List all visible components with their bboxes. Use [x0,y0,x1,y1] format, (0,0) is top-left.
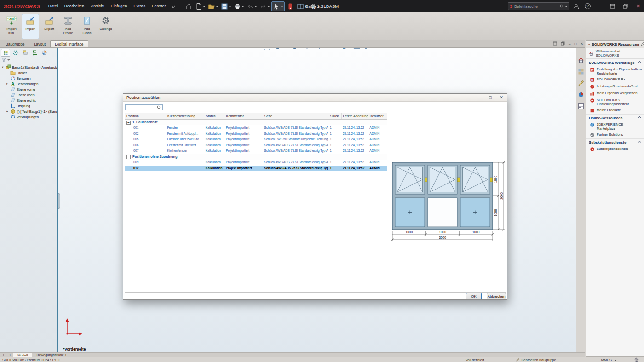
section-header[interactable]: Online-Ressourcen [586,114,644,121]
custom-properties-tab[interactable] [577,102,585,110]
tab-scroll-right-icon[interactable]: › [7,353,14,357]
tree-item[interactable]: ▸(f) [ Test*Baugr1 ]<1> (Standard) [1,109,57,114]
tree-item[interactable]: Ebene vorne [1,86,57,92]
welcome-link[interactable]: Willkommen bei SOLIDWORKS [586,48,644,59]
position-row[interactable]: 002Fenster mit Aufdoppl...KalkulationPro… [125,131,387,137]
arrange-windows-button[interactable] [607,0,618,12]
task-pane-item[interactable]: Erstellung der Eigenschaften-Registerkar… [586,66,644,76]
add-glass-button[interactable]: Add Glass [78,14,96,39]
position-row[interactable]: 005Fassade über zwei Sto...KalkulationPr… [125,137,387,143]
print-button[interactable] [233,1,245,11]
col-serie[interactable]: Serie [263,113,328,119]
menu-datei[interactable]: Datei [45,0,61,12]
group-row[interactable]: −1. Bauabschnitt [125,119,387,125]
task-pane-item[interactable]: SOLIDWORKS Einstellungsassistent [586,97,644,107]
close-button[interactable]: ✕ [632,0,644,12]
chevron-down-icon[interactable] [565,6,568,9]
tree-item[interactable]: ▾Baugr1 (Standard) <Anzeigestatus-1> [1,64,57,70]
appearances-scenes-tab[interactable] [577,91,585,99]
minimize-button[interactable]: – [594,0,605,12]
dialog-maximize-button[interactable]: □ [485,94,496,101]
dialog-close-button[interactable]: ✕ [496,94,507,101]
open-document-button[interactable] [207,1,219,11]
filter-funnel-icon[interactable] [1,57,6,62]
col-status[interactable]: Status [204,113,224,119]
tree-item[interactable]: ▸ABeschriftungen [1,81,57,86]
export-button[interactable]: Export [40,14,58,39]
group-row[interactable]: −Positionen ohne Zuordnung [125,154,387,160]
add-profile-button[interactable]: Add Profile [59,14,77,39]
menu-einf-gen[interactable]: Einfügen [108,0,131,12]
col-letzte-aenderung[interactable]: Letzte Änderung [341,113,368,119]
help-icon[interactable]: ? [582,1,592,11]
panel-splitter-handle[interactable] [58,193,60,209]
chevron-up-icon[interactable] [638,141,641,144]
user-account-icon[interactable] [571,1,581,11]
task-pane-item[interactable]: Meine Produkte [586,107,644,114]
pin-icon[interactable] [641,42,644,47]
chevron-up-icon[interactable] [638,61,641,64]
expand-arrow-icon[interactable]: ▸ [6,109,9,113]
position-search-input[interactable] [126,105,157,109]
doc-minimize-icon[interactable]: – [569,42,570,46]
dialog-minimize-button[interactable]: – [474,94,485,101]
ok-button[interactable]: OK [466,293,482,299]
tab-bewegungsstudie[interactable]: Bewegungsstudie 1 [32,353,71,357]
chevron-up-icon[interactable] [638,116,641,120]
collapse-group-icon[interactable]: − [126,121,131,125]
tree-item[interactable]: Ursprung [1,103,57,109]
menu-fenster[interactable]: Fenster [149,0,169,12]
task-pane-item[interactable]: RSOLIDWORKS Rx [586,76,644,83]
web-globe-icon[interactable] [634,357,639,362]
col-benutzer[interactable]: Benutzer [368,113,387,119]
chevron-down-icon[interactable] [229,6,231,9]
save-button[interactable] [220,1,232,11]
chevron-down-icon[interactable] [7,59,10,62]
tab-modell[interactable]: Modell [13,353,32,357]
tree-item[interactable]: Sensoren [1,75,57,81]
expand-arrow-icon[interactable]: ▸ [6,82,9,86]
menu-bearbeiten[interactable]: Bearbeiten [61,0,88,12]
chevron-down-icon[interactable] [267,6,270,9]
tree-item[interactable]: Ebene rechts [1,98,57,103]
task-pane-item[interactable]: Subskriptionsdienste [586,146,644,153]
task-pane-item[interactable]: Mein Ergebnis vergleichen [586,90,644,97]
tab-propertymanager[interactable] [11,49,20,57]
tab-featuremanager-tree[interactable] [1,49,10,57]
doc-previous-window-icon[interactable] [553,41,557,46]
position-row-selected[interactable]: 012KalkulationProjekt importiertSchüco A… [125,166,387,172]
dialog-title-bar[interactable]: Position auswählen – □ ✕ [123,94,507,102]
task-pane-item[interactable]: Partner Solutions [586,132,644,138]
menu-ansicht[interactable]: Ansicht [87,0,108,12]
chevron-down-icon[interactable] [254,6,257,9]
chevron-down-icon[interactable] [281,6,283,9]
doc-restore-icon[interactable]: □ [574,42,576,46]
design-library-tab[interactable] [577,68,585,76]
task-pane-home-tab[interactable] [577,56,585,64]
command-search-input[interactable] [514,4,560,9]
section-header[interactable]: SOLIDWORKS Werkzeuge [586,59,644,66]
import-xml-button[interactable]: <xml> Import XML [3,14,20,39]
section-header[interactable]: Subskriptionsdienste [586,138,644,146]
file-explorer-tab[interactable] [577,79,585,87]
position-row[interactable]: 001FensterKalkulationProjekt importiertS… [125,125,387,131]
cancel-button[interactable]: Abbrechen [487,293,506,299]
col-kommentar[interactable]: Kommentar [224,113,263,119]
tab-displaymanager[interactable] [40,49,49,57]
tab-scroll-left-icon[interactable]: ‹ [0,353,7,357]
chevron-down-icon[interactable] [216,6,218,9]
logikal-addin-icon[interactable] [285,1,295,11]
tab-baugruppe[interactable]: Baugruppe [1,40,29,47]
position-search-box[interactable] [125,104,163,110]
position-row[interactable]: 009KalkulationProjekt importiertSchüco A… [125,160,387,166]
doc-close-icon[interactable]: ✕ [580,42,583,46]
restore-button[interactable] [620,0,631,12]
menu-extras[interactable]: Extras [130,0,149,12]
chevron-down-icon[interactable] [203,6,206,9]
task-pane-item[interactable]: Leistungs-Benchmark-Test [586,83,644,90]
status-units[interactable]: MMGS [601,358,612,362]
import-button[interactable]: Import [22,14,39,39]
collapse-task-pane-icon[interactable]: « [588,42,590,46]
undo-button[interactable] [246,1,258,11]
redo-button[interactable] [259,1,271,11]
